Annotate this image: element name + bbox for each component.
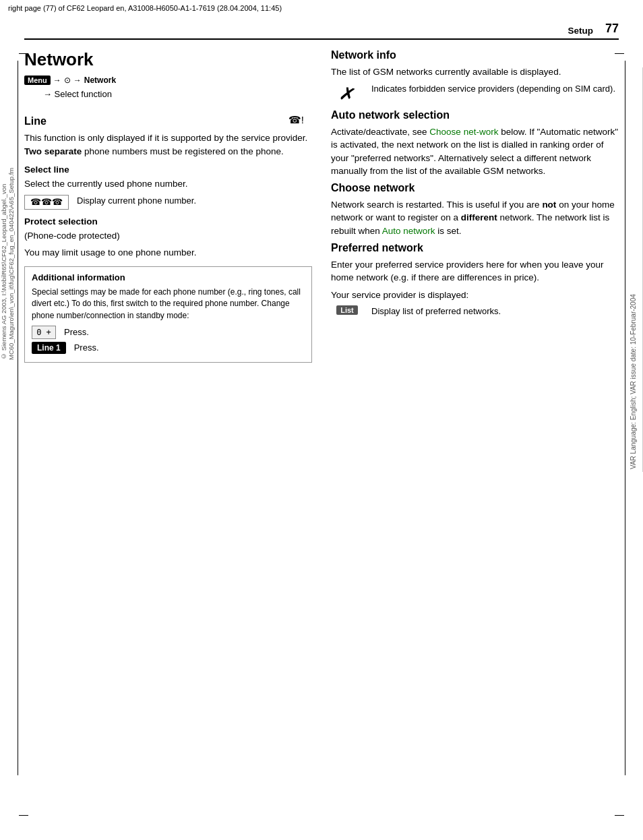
choose-network-text: Network search is restarted. This is use… <box>331 198 619 238</box>
auto-link: Choose net-work <box>429 127 498 137</box>
page-header: Setup 77 <box>24 15 619 40</box>
line-heading: Line <box>24 115 47 127</box>
arrow2: → <box>73 76 82 85</box>
menu-box: Menu <box>24 76 51 85</box>
meta-bar: right page (77) of CF62 Leopard en, A310… <box>0 0 643 15</box>
forbidden-icon: ✗ <box>331 83 363 105</box>
left-column: Network Menu → ⊙ → Network → Select func… <box>24 49 312 363</box>
select-line-heading: Select line <box>24 164 312 175</box>
choose-bold2: different <box>461 212 497 222</box>
breadcrumb: Menu → ⊙ → Network <box>24 76 312 85</box>
auto-network-text: Activate/deactivate, see Choose net-work… <box>331 125 619 178</box>
choose-text4: is set. <box>435 226 462 236</box>
choose-bold1: not <box>542 200 556 210</box>
line-p1: This function is only displayed if it is… <box>24 131 312 158</box>
page-content: Setup 77 Network Menu → ⊙ → Network → Se… <box>19 15 624 363</box>
page-wrapper: © Siemens AG 2003, I:\MobilR65\CF62_Leop… <box>0 15 643 363</box>
phone-icon-text: Display current phone number. <box>77 195 312 207</box>
preferred-network-heading: Preferred network <box>331 242 619 254</box>
phone-icon: ☎☎☎ <box>24 195 69 210</box>
protect-text: You may limit usage to one phone number. <box>24 246 312 260</box>
line-icon: ☎! <box>288 114 304 126</box>
arrow1: → <box>53 76 61 85</box>
preferred-text2: Your service provider is displayed: <box>331 289 619 302</box>
two-col-layout: Network Menu → ⊙ → Network → Select func… <box>24 49 619 363</box>
list-text: Display list of preferred networks. <box>371 305 619 318</box>
line-p1-rest: phone numbers must be registered on the … <box>82 146 283 156</box>
forbidden-icon-text: Indicates forbidden service providers (d… <box>371 83 619 95</box>
choose-link: Auto network <box>382 226 435 236</box>
press-row-2: Line 1 Press. <box>32 342 305 354</box>
protect-heading: Protect selection <box>24 216 312 227</box>
breadcrumb-select: → Select function <box>43 89 112 99</box>
line-p1-bold: Two separate <box>24 146 82 156</box>
breadcrumb-icon: ⊙ <box>64 76 71 85</box>
page-header-num: 77 <box>605 22 619 36</box>
key-box-1: 0 + <box>32 326 56 339</box>
info-box: Additional information Special settings … <box>24 266 312 363</box>
network-info-heading: Network info <box>331 49 619 61</box>
line-header: Line ☎! <box>24 109 312 131</box>
left-margin-text: © Siemens AG 2003, I:\MobilR65\CF62_Leop… <box>0 18 15 360</box>
info-box-title: Additional information <box>32 272 305 282</box>
corner-mark-bl: — <box>19 809 28 820</box>
info-box-text: Special settings may be made for each ph… <box>32 287 305 322</box>
auto-text1: Activate/deactivate, see <box>331 127 429 137</box>
preferred-text1: Enter your preferred service providers h… <box>331 258 619 284</box>
right-column: Network info The list of GSM networks cu… <box>331 49 619 363</box>
list-icon-row: List Display list of preferred networks. <box>331 305 619 318</box>
corner-mark-br: — <box>615 809 624 820</box>
left-margin-label: © Siemens AG 2003, I:\MobilR65\CF62_Leop… <box>0 15 15 363</box>
breadcrumb-network: Network <box>84 76 116 85</box>
auto-network-heading: Auto network selection <box>331 109 619 121</box>
press-label-2: Press. <box>74 342 99 353</box>
protect-sub: (Phone-code protected) <box>24 229 312 243</box>
list-tag: List <box>336 305 358 315</box>
forbidden-icon-row: ✗ Indicates forbidden service providers … <box>331 83 619 105</box>
network-info-text: The list of GSM networks currently avail… <box>331 65 619 79</box>
press-row-1: 0 + Press. <box>32 326 305 339</box>
press-label-1: Press. <box>64 327 89 337</box>
choose-text1: Network search is restarted. This is use… <box>331 200 542 210</box>
line-p1-text: This function is only displayed if it is… <box>24 133 307 143</box>
phone-icon-row: ☎☎☎ Display current phone number. <box>24 195 312 210</box>
main-title: Network <box>24 49 312 70</box>
meta-label: right page (77) of CF62 Leopard en, A310… <box>8 4 282 12</box>
list-icon: List <box>331 305 363 315</box>
choose-network-heading: Choose network <box>331 182 619 194</box>
page-header-title: Setup <box>568 26 593 36</box>
select-line-text: Select the currently used phone number. <box>24 177 312 191</box>
key-box-2: Line 1 <box>32 342 66 354</box>
